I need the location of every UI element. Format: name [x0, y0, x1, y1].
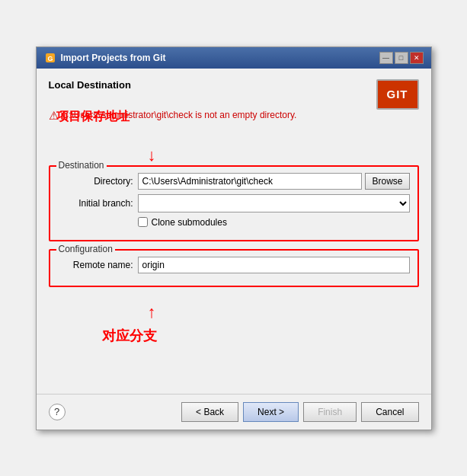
directory-label: Directory:	[58, 176, 138, 187]
cancel-button[interactable]: Cancel	[361, 402, 418, 422]
title-bar-left: G Import Projects from Git	[44, 52, 166, 64]
arrow-up-icon: ↑	[148, 302, 156, 322]
error-icon: ⚠	[49, 109, 59, 123]
destination-group: Destination Directory: Browse Initial br…	[49, 165, 419, 241]
svg-text:G: G	[47, 55, 53, 62]
footer-left: ?	[49, 404, 66, 420]
annotation-bottom-section: ↑ 对应分支	[49, 295, 419, 386]
dialog-title: Import Projects from Git	[61, 53, 166, 63]
directory-input[interactable]	[138, 173, 363, 190]
close-button[interactable]: ✕	[410, 52, 424, 64]
initial-branch-select[interactable]	[138, 194, 410, 212]
initial-branch-label: Initial branch:	[58, 198, 138, 209]
remote-name-label: Remote name:	[58, 260, 138, 270]
directory-field: Browse	[138, 173, 410, 190]
browse-button[interactable]: Browse	[365, 173, 409, 190]
section-header: Local Destination	[49, 79, 419, 91]
configuration-group: Configuration Remote name:	[49, 249, 419, 287]
annotation-bottom-label: 对应分支	[102, 328, 157, 343]
finish-button[interactable]: Finish	[303, 402, 357, 422]
next-button[interactable]: Next >	[243, 402, 299, 422]
remote-name-field	[138, 257, 410, 273]
initial-branch-row: Initial branch:	[58, 194, 410, 212]
remote-name-input[interactable]	[138, 257, 410, 273]
maximize-button[interactable]: □	[395, 52, 408, 64]
clone-submodules-checkbox[interactable]	[138, 217, 148, 227]
git-logo: GIT	[376, 79, 419, 110]
clone-submodules-label: Clone submodules	[152, 217, 227, 228]
remote-name-row: Remote name:	[58, 257, 410, 273]
minimize-button[interactable]: —	[379, 52, 393, 64]
arrow-down-icon: ↓	[148, 147, 156, 164]
configuration-group-label: Configuration	[56, 244, 115, 254]
destination-group-label: Destination	[56, 160, 107, 171]
back-button[interactable]: < Back	[181, 402, 238, 422]
footer: ? < Back Next > Finish Cancel	[37, 394, 431, 430]
error-row: ⚠ C:\Users\Administrator\git\check is no…	[49, 109, 419, 123]
help-button[interactable]: ?	[49, 404, 66, 420]
error-text: C:\Users\Administrator\git\check is not …	[62, 109, 297, 122]
footer-right: < Back Next > Finish Cancel	[181, 402, 418, 422]
dialog-body: GIT Local Destination 项目保存地址 ⚠ C:\Users\…	[37, 69, 431, 394]
import-projects-dialog: G Import Projects from Git — □ ✕ GIT Loc…	[36, 46, 432, 430]
initial-branch-field	[138, 194, 410, 212]
window-controls: — □ ✕	[379, 52, 424, 64]
clone-submodules-row: Clone submodules	[138, 217, 410, 228]
title-bar: G Import Projects from Git — □ ✕	[37, 47, 431, 69]
directory-row: Directory: Browse	[58, 173, 410, 190]
dialog-icon: G	[44, 52, 56, 64]
